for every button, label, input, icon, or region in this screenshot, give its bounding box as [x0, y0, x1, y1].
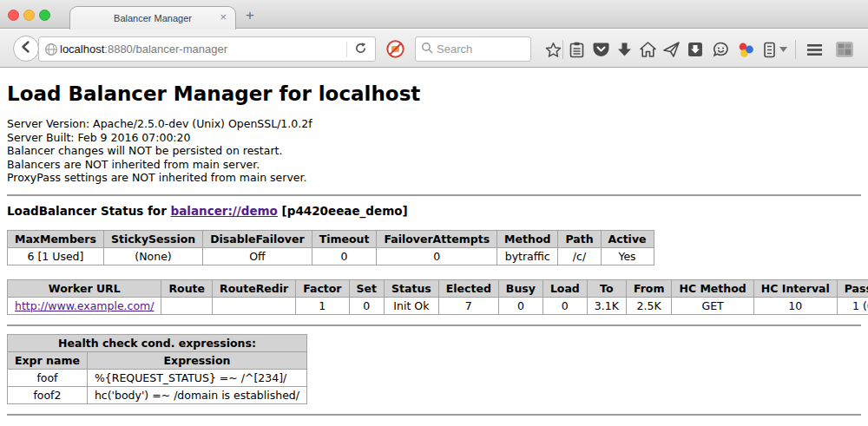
globe-icon [44, 43, 58, 59]
cell-factor: 1 [296, 297, 349, 314]
table-header-row: Expr name Expression [8, 351, 307, 369]
heading-prefix: LoadBalancer Status for [7, 204, 171, 218]
horizontal-rule [7, 194, 861, 196]
zoom-window-button[interactable] [39, 10, 50, 21]
col-stickysession: StickySession [103, 230, 202, 247]
minimize-window-button[interactable] [23, 10, 35, 21]
cell-passes: 1 (0) [837, 297, 868, 314]
cell-load: 0 [542, 297, 587, 314]
cell-status: Init Ok [385, 297, 439, 314]
cell-route [161, 297, 213, 314]
color-dots-icon[interactable] [737, 41, 754, 58]
col-set: Set [349, 279, 384, 297]
page-title: Load Balancer Manager for localhost [7, 82, 861, 105]
cell-maxmembers: 6 [1 Used] [8, 247, 104, 265]
url-path: :8880/balancer-manager [104, 43, 227, 56]
extension-download-icon[interactable] [687, 41, 704, 58]
health-table-title: Health check cond. expressions: [8, 334, 307, 351]
col-route: Route [161, 279, 213, 297]
search-bar[interactable] [415, 36, 531, 62]
cell-stickysession: (None) [103, 247, 202, 265]
reload-icon[interactable] [354, 42, 367, 57]
home-icon[interactable] [639, 41, 656, 58]
heading-suffix: [p4420eeae_demo] [278, 204, 408, 218]
title-bar: Balancer Manager × + [0, 0, 868, 29]
col-maxmembers: MaxMembers [8, 230, 104, 247]
chat-smiley-icon[interactable] [712, 41, 729, 58]
col-to: To [587, 279, 626, 297]
horizontal-rule [7, 414, 861, 416]
url-domain: localhost [60, 43, 104, 56]
cell-set: 0 [349, 297, 384, 314]
worker-url-link[interactable]: http://www.example.com/ [15, 299, 154, 312]
loadbalancer-status-heading: LoadBalancer Status for balancer://demo … [7, 204, 861, 218]
container-icon[interactable] [760, 41, 778, 58]
chevron-down-icon[interactable] [778, 41, 788, 58]
search-input[interactable] [437, 43, 523, 56]
cell-timeout: 0 [312, 247, 377, 265]
horizontal-rule [7, 324, 861, 326]
server-version-line: Server Version: Apache/2.5.0-dev (Unix) … [7, 117, 861, 131]
menu-hamburger-icon[interactable] [806, 41, 823, 58]
toolbar-separator [795, 40, 796, 59]
toolbar-separator [562, 40, 563, 59]
col-timeout: Timeout [312, 230, 377, 247]
tile-grid-icon[interactable] [833, 41, 856, 58]
balancer-demo-link[interactable]: balancer://demo [171, 204, 278, 218]
tab-title: Balancer Manager [114, 13, 192, 23]
cell-to: 3.1K [587, 297, 626, 314]
search-icon [421, 42, 433, 57]
plugin-blocked-icon[interactable] [386, 40, 404, 58]
col-from: From [626, 279, 672, 297]
back-arrow-icon [19, 40, 33, 57]
pocket-icon[interactable] [592, 41, 609, 58]
col-method: Method [497, 230, 558, 247]
proxypass-note-line: ProxyPass settings are NOT inherited fro… [7, 171, 861, 185]
cell-expr-name: foof2 [8, 386, 88, 403]
address-bar[interactable]: localhost:8880/balancer-manager [38, 36, 376, 62]
server-built-line: Server Built: Feb 9 2016 07:00:20 [7, 131, 861, 145]
col-hc-method: HC Method [672, 279, 753, 297]
page-content: Load Balancer Manager for localhost Serv… [0, 69, 868, 426]
table-header-row: Worker URL Route RouteRedir Factor Set S… [8, 279, 868, 297]
worker-status-table: Worker URL Route RouteRedir Factor Set S… [7, 279, 868, 315]
new-tab-button[interactable]: + [246, 7, 254, 24]
cell-from: 2.5K [626, 297, 672, 314]
bookmark-star-icon[interactable] [544, 41, 562, 58]
balancer-settings-table: MaxMembers StickySession DisableFailover… [7, 230, 654, 265]
close-window-button[interactable] [8, 10, 19, 21]
table-row: 6 [1 Used] (None) Off 0 0 bytraffic /c/ … [8, 247, 654, 265]
cell-expression: %{REQUEST_STATUS} =~ /^[234]/ [87, 369, 306, 386]
cell-elected: 7 [438, 297, 498, 314]
col-disablefailover: DisableFailover [203, 230, 312, 247]
downloads-icon[interactable] [615, 41, 633, 58]
col-load: Load [542, 279, 587, 297]
back-button[interactable] [13, 36, 39, 62]
col-hc-interval: HC Interval [753, 279, 837, 297]
reading-list-icon[interactable] [568, 41, 585, 58]
tab-balancer-manager[interactable]: Balancer Manager × [69, 6, 236, 29]
server-info-block: Server Version: Apache/2.5.0-dev (Unix) … [7, 117, 861, 185]
cell-hc-interval: 10 [753, 297, 837, 314]
table-row: foof %{REQUEST_STATUS} =~ /^[234]/ [8, 369, 307, 386]
tab-close-icon[interactable]: × [220, 10, 227, 23]
cell-failoverattempts: 0 [377, 247, 497, 265]
col-active: Active [601, 230, 654, 247]
persist-note-line: Balancer changes will NOT be persisted o… [7, 144, 861, 158]
health-check-expressions-table: Health check cond. expressions: Expr nam… [7, 334, 307, 404]
cell-routeredir [213, 297, 296, 314]
col-routeredir: RouteRedir [213, 279, 296, 297]
table-title-row: Health check cond. expressions: [8, 334, 307, 351]
col-factor: Factor [296, 279, 349, 297]
cell-busy: 0 [498, 297, 542, 314]
cell-expression: hc('body') =~ /domain is established/ [87, 386, 306, 403]
urlbar-separator [346, 42, 347, 57]
cell-expr-name: foof [8, 369, 88, 386]
col-elected: Elected [438, 279, 498, 297]
cell-hc-method: GET [672, 297, 753, 314]
send-plane-icon[interactable] [662, 41, 680, 58]
table-row: http://www.example.com/ 1 0 Init Ok 7 0 … [8, 297, 868, 314]
cell-active: Yes [601, 247, 654, 265]
col-failoverattempts: FailoverAttempts [377, 230, 497, 247]
cell-method: bytraffic [497, 247, 558, 265]
